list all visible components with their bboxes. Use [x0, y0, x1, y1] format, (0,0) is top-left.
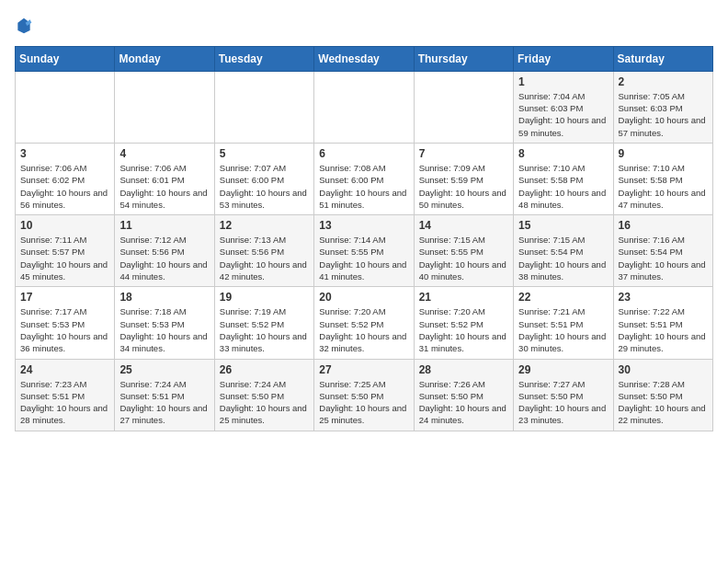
day-number: 3	[20, 147, 109, 160]
day-number: 22	[518, 291, 608, 304]
calendar-cell: 25Sunrise: 7:24 AM Sunset: 5:51 PM Dayli…	[115, 359, 214, 431]
day-info: Sunrise: 7:20 AM Sunset: 5:52 PM Dayligh…	[319, 305, 408, 354]
calendar-cell: 24Sunrise: 7:23 AM Sunset: 5:51 PM Dayli…	[16, 359, 115, 431]
calendar-cell: 16Sunrise: 7:16 AM Sunset: 5:54 PM Dayli…	[613, 215, 712, 287]
day-number: 9	[619, 147, 708, 160]
day-info: Sunrise: 7:07 AM Sunset: 6:00 PM Dayligh…	[220, 162, 309, 211]
calendar-cell: 22Sunrise: 7:21 AM Sunset: 5:51 PM Dayli…	[514, 287, 613, 359]
day-info: Sunrise: 7:26 AM Sunset: 5:50 PM Dayligh…	[419, 378, 508, 427]
calendar-cell: 26Sunrise: 7:24 AM Sunset: 5:50 PM Dayli…	[214, 359, 313, 431]
calendar-week-row: 24Sunrise: 7:23 AM Sunset: 5:51 PM Dayli…	[16, 359, 713, 431]
calendar-cell: 21Sunrise: 7:20 AM Sunset: 5:52 PM Dayli…	[414, 287, 513, 359]
day-info: Sunrise: 7:10 AM Sunset: 5:58 PM Dayligh…	[619, 162, 708, 211]
calendar-cell: 18Sunrise: 7:18 AM Sunset: 5:53 PM Dayli…	[115, 287, 214, 359]
day-number: 29	[518, 363, 608, 376]
day-info: Sunrise: 7:15 AM Sunset: 5:55 PM Dayligh…	[419, 234, 508, 282]
day-number: 18	[119, 291, 209, 304]
calendar-cell	[115, 71, 214, 143]
calendar-cell: 12Sunrise: 7:13 AM Sunset: 5:56 PM Dayli…	[214, 215, 313, 287]
day-number: 11	[119, 219, 209, 232]
calendar-cell: 7Sunrise: 7:09 AM Sunset: 5:59 PM Daylig…	[414, 143, 513, 214]
calendar-week-row: 17Sunrise: 7:17 AM Sunset: 5:53 PM Dayli…	[16, 287, 713, 359]
day-info: Sunrise: 7:10 AM Sunset: 5:58 PM Dayligh…	[518, 162, 608, 211]
day-info: Sunrise: 7:22 AM Sunset: 5:51 PM Dayligh…	[619, 305, 708, 354]
weekday-header-wednesday: Wednesday	[314, 46, 414, 71]
calendar-cell: 5Sunrise: 7:07 AM Sunset: 6:00 PM Daylig…	[214, 143, 313, 214]
day-number: 28	[419, 363, 508, 376]
day-number: 21	[419, 291, 508, 304]
day-info: Sunrise: 7:08 AM Sunset: 6:00 PM Dayligh…	[319, 162, 408, 211]
calendar-cell: 28Sunrise: 7:26 AM Sunset: 5:50 PM Dayli…	[414, 359, 513, 431]
calendar-cell: 8Sunrise: 7:10 AM Sunset: 5:58 PM Daylig…	[514, 143, 613, 214]
day-number: 30	[619, 363, 708, 376]
day-info: Sunrise: 7:20 AM Sunset: 5:52 PM Dayligh…	[419, 305, 508, 354]
day-number: 16	[619, 219, 708, 232]
calendar-week-row: 3Sunrise: 7:06 AM Sunset: 6:02 PM Daylig…	[16, 143, 713, 214]
day-number: 10	[20, 219, 109, 232]
day-number: 25	[119, 363, 209, 376]
calendar-week-row: 10Sunrise: 7:11 AM Sunset: 5:57 PM Dayli…	[16, 215, 713, 287]
calendar-cell: 4Sunrise: 7:06 AM Sunset: 6:01 PM Daylig…	[115, 143, 214, 214]
day-number: 20	[319, 291, 408, 304]
day-info: Sunrise: 7:11 AM Sunset: 5:57 PM Dayligh…	[20, 234, 109, 282]
calendar-cell: 17Sunrise: 7:17 AM Sunset: 5:53 PM Dayli…	[16, 287, 115, 359]
day-info: Sunrise: 7:15 AM Sunset: 5:54 PM Dayligh…	[518, 234, 608, 282]
calendar-week-row: 1Sunrise: 7:04 AM Sunset: 6:03 PM Daylig…	[16, 71, 713, 143]
logo	[15, 15, 33, 35]
day-number: 12	[220, 219, 309, 232]
day-number: 1	[518, 75, 608, 88]
day-info: Sunrise: 7:23 AM Sunset: 5:51 PM Dayligh…	[20, 378, 109, 427]
weekday-header-tuesday: Tuesday	[214, 46, 313, 71]
day-info: Sunrise: 7:05 AM Sunset: 6:03 PM Dayligh…	[619, 90, 708, 139]
day-info: Sunrise: 7:17 AM Sunset: 5:53 PM Dayligh…	[20, 305, 109, 354]
calendar-cell: 2Sunrise: 7:05 AM Sunset: 6:03 PM Daylig…	[613, 71, 712, 143]
day-number: 15	[518, 219, 608, 232]
day-number: 19	[220, 291, 309, 304]
day-info: Sunrise: 7:19 AM Sunset: 5:52 PM Dayligh…	[220, 305, 309, 354]
day-number: 26	[220, 363, 309, 376]
day-number: 2	[619, 75, 708, 88]
calendar-cell: 23Sunrise: 7:22 AM Sunset: 5:51 PM Dayli…	[613, 287, 712, 359]
day-info: Sunrise: 7:06 AM Sunset: 6:02 PM Dayligh…	[20, 162, 109, 211]
calendar-table: SundayMondayTuesdayWednesdayThursdayFrid…	[15, 46, 713, 431]
day-info: Sunrise: 7:24 AM Sunset: 5:50 PM Dayligh…	[220, 378, 309, 427]
day-number: 17	[20, 291, 109, 304]
calendar-cell: 30Sunrise: 7:28 AM Sunset: 5:50 PM Dayli…	[613, 359, 712, 431]
weekday-header-saturday: Saturday	[613, 46, 712, 71]
day-info: Sunrise: 7:28 AM Sunset: 5:50 PM Dayligh…	[619, 378, 708, 427]
calendar-cell: 19Sunrise: 7:19 AM Sunset: 5:52 PM Dayli…	[214, 287, 313, 359]
day-number: 23	[619, 291, 708, 304]
day-number: 27	[319, 363, 408, 376]
day-info: Sunrise: 7:25 AM Sunset: 5:50 PM Dayligh…	[319, 378, 408, 427]
day-number: 24	[20, 363, 109, 376]
calendar-cell: 13Sunrise: 7:14 AM Sunset: 5:55 PM Dayli…	[314, 215, 414, 287]
calendar-cell: 1Sunrise: 7:04 AM Sunset: 6:03 PM Daylig…	[514, 71, 613, 143]
day-number: 6	[319, 147, 408, 160]
calendar-cell	[314, 71, 414, 143]
day-number: 4	[119, 147, 209, 160]
day-info: Sunrise: 7:18 AM Sunset: 5:53 PM Dayligh…	[119, 305, 209, 354]
day-info: Sunrise: 7:21 AM Sunset: 5:51 PM Dayligh…	[518, 305, 608, 354]
logo-text-general	[15, 15, 33, 35]
calendar-cell	[214, 71, 313, 143]
weekday-header-monday: Monday	[115, 46, 214, 71]
calendar-cell	[16, 71, 115, 143]
calendar-cell: 20Sunrise: 7:20 AM Sunset: 5:52 PM Dayli…	[314, 287, 414, 359]
day-number: 8	[518, 147, 608, 160]
calendar-cell: 14Sunrise: 7:15 AM Sunset: 5:55 PM Dayli…	[414, 215, 513, 287]
calendar-cell: 9Sunrise: 7:10 AM Sunset: 5:58 PM Daylig…	[613, 143, 712, 214]
day-info: Sunrise: 7:14 AM Sunset: 5:55 PM Dayligh…	[319, 234, 408, 282]
day-info: Sunrise: 7:27 AM Sunset: 5:50 PM Dayligh…	[518, 378, 608, 427]
weekday-header-friday: Friday	[514, 46, 613, 71]
calendar-cell: 3Sunrise: 7:06 AM Sunset: 6:02 PM Daylig…	[16, 143, 115, 214]
calendar-cell: 15Sunrise: 7:15 AM Sunset: 5:54 PM Dayli…	[514, 215, 613, 287]
calendar-cell: 6Sunrise: 7:08 AM Sunset: 6:00 PM Daylig…	[314, 143, 414, 214]
day-info: Sunrise: 7:16 AM Sunset: 5:54 PM Dayligh…	[619, 234, 708, 282]
day-info: Sunrise: 7:24 AM Sunset: 5:51 PM Dayligh…	[119, 378, 209, 427]
logo-icon	[15, 17, 33, 35]
calendar-cell: 10Sunrise: 7:11 AM Sunset: 5:57 PM Dayli…	[16, 215, 115, 287]
weekday-header-thursday: Thursday	[414, 46, 513, 71]
page-header	[15, 15, 713, 35]
day-info: Sunrise: 7:13 AM Sunset: 5:56 PM Dayligh…	[220, 234, 309, 282]
day-info: Sunrise: 7:12 AM Sunset: 5:56 PM Dayligh…	[119, 234, 209, 282]
